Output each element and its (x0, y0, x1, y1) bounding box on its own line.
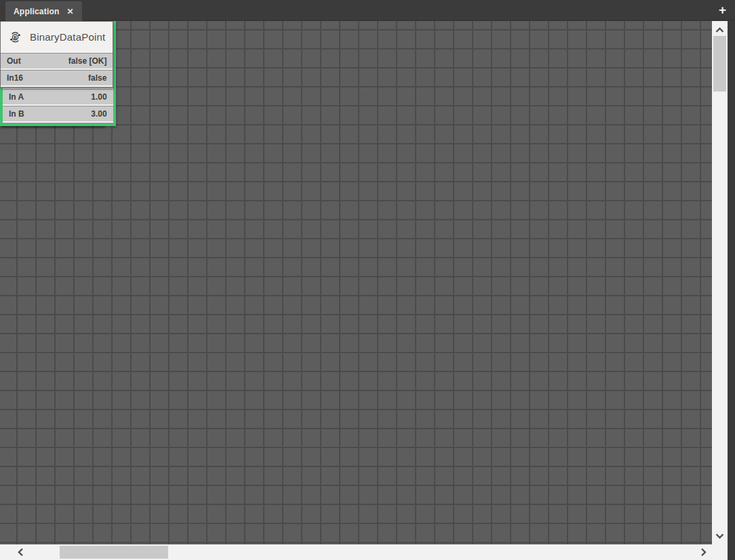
horizontal-scrollbar[interactable] (0, 544, 712, 560)
node-binary-data-point[interactable]: B BinaryDataPoint Out false [OK] In16 fa… (0, 21, 113, 88)
vertical-scrollbar[interactable] (712, 21, 728, 544)
tab-label: Application (14, 7, 60, 16)
node-footer (3, 123, 113, 123)
node-header[interactable]: B BinaryDataPoint (1, 22, 113, 52)
wiresheet-canvas[interactable]: Maximum4_1 Status OK Out 1.00 In A 1.00 … (0, 21, 712, 544)
binary-data-point-icon: B (8, 31, 22, 43)
tab-application[interactable]: Application ✕ (5, 1, 82, 21)
pin-label: Out (7, 56, 21, 66)
pin-value: false [OK] (68, 56, 107, 66)
pin-value: 3.00 (91, 109, 106, 119)
scrollbar-corner (712, 544, 728, 560)
horizontal-scrollbar-thumb[interactable] (60, 546, 168, 559)
pin-value: false (88, 73, 106, 83)
pin-row-inA[interactable]: In A 1.00 (3, 89, 113, 104)
pin-value: 1.00 (91, 92, 106, 102)
wire-sheet-window: Application ✕ + (0, 0, 735, 560)
node-footer (1, 87, 113, 87)
vertical-scrollbar-thumb[interactable] (713, 36, 726, 92)
pin-row-out[interactable]: Out false [OK] (1, 53, 113, 68)
right-edge-strip (728, 21, 735, 560)
scroll-down-icon[interactable] (712, 529, 728, 542)
scroll-up-icon[interactable] (712, 24, 728, 36)
tab-close-icon[interactable]: ✕ (67, 7, 74, 16)
node-title: BinaryDataPoint (30, 31, 105, 43)
scroll-left-icon[interactable] (18, 547, 24, 559)
pin-label: In A (9, 92, 24, 102)
pin-row-in16[interactable]: In16 false (1, 70, 113, 85)
svg-text:B: B (14, 35, 17, 39)
scroll-right-icon[interactable] (700, 547, 707, 559)
pin-label: In16 (7, 73, 23, 83)
pin-label: In B (9, 109, 24, 119)
pin-row-inB[interactable]: In B 3.00 (3, 106, 113, 121)
tab-bar: Application ✕ + (0, 0, 735, 21)
add-tab-button[interactable]: + (719, 3, 726, 18)
